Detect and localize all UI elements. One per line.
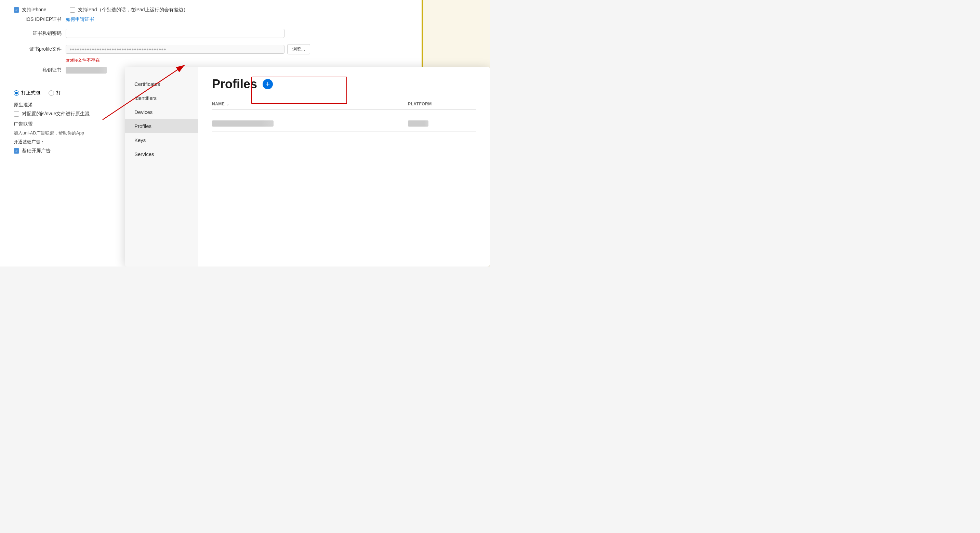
profile-name-value	[212, 120, 274, 126]
iphone-label: 支持iPhone	[22, 7, 46, 13]
page-title: Profiles	[212, 77, 257, 91]
nav-item-devices[interactable]: Devices	[125, 105, 198, 119]
private-cert-label: 私钥证书	[14, 67, 62, 73]
iphone-row: ✓ 支持iPhone 支持iPad（个别选的话，在iPad上运行的会有差边）	[14, 7, 410, 13]
package-radio-1[interactable]	[14, 90, 19, 96]
nav-item-services[interactable]: Services	[125, 147, 198, 161]
sort-icon: ⌄	[226, 102, 229, 106]
ad-checkbox[interactable]: ✓	[14, 148, 19, 153]
obfuscation-checkbox[interactable]	[14, 111, 19, 116]
cert-label: iOS IDP/IEP证书	[14, 16, 62, 22]
page-header: Profiles +	[212, 77, 476, 91]
nav-item-keys[interactable]: Keys	[125, 133, 198, 147]
profile-platform-cell	[408, 120, 476, 126]
error-message: profile文件不存在	[66, 57, 410, 63]
add-profile-button[interactable]: +	[262, 79, 273, 89]
col-name-header: NAME ⌄	[212, 102, 408, 106]
apple-dev-overlay: Certificates Identifiers Devices Profile…	[125, 67, 490, 266]
package-radio-2[interactable]	[49, 90, 54, 96]
table-row[interactable]	[212, 115, 476, 132]
sidebar-nav: Certificates Identifiers Devices Profile…	[125, 67, 198, 266]
password-input[interactable]	[66, 29, 285, 38]
password-label: 证书私钥密码	[14, 30, 62, 37]
cert-link[interactable]: 如何申请证书	[66, 16, 94, 22]
ad-checkbox-label: 基础开屏广告	[22, 148, 51, 154]
profile-name-cell	[212, 120, 408, 126]
obfuscation-desc: 对配置的js/nvue文件进行原生混	[22, 111, 89, 117]
profile-platform-value	[408, 120, 428, 126]
package-label-2: 打	[56, 90, 61, 96]
col-platform-header: PLATFORM	[408, 102, 476, 106]
nav-item-certificates[interactable]: Certificates	[125, 77, 198, 91]
profile-file-input[interactable]	[66, 45, 285, 54]
obfuscation-label: 原生混淆	[14, 102, 33, 107]
browse-button[interactable]: 浏览...	[287, 44, 310, 54]
nav-item-identifiers[interactable]: Identifiers	[125, 91, 198, 105]
password-row: 证书私钥密码	[14, 29, 410, 38]
cert-row: iOS IDP/IEP证书 如何申请证书	[14, 16, 410, 22]
ipad-label: 支持iPad（个别选的话，在iPad上运行的会有差边）	[78, 7, 188, 13]
profile-label: 证书profile文件	[14, 46, 62, 52]
ipad-checkbox[interactable]	[70, 7, 75, 13]
package-label-1: 打正式包	[21, 90, 40, 96]
profile-file-row: 证书profile文件 浏览...	[14, 44, 410, 54]
private-cert-value	[66, 67, 107, 73]
nav-item-profiles[interactable]: Profiles	[125, 119, 198, 133]
main-content: Profiles + NAME ⌄ PLATFORM	[198, 67, 490, 266]
iphone-checkbox[interactable]: ✓	[14, 7, 19, 13]
table-header: NAME ⌄ PLATFORM	[212, 102, 476, 110]
